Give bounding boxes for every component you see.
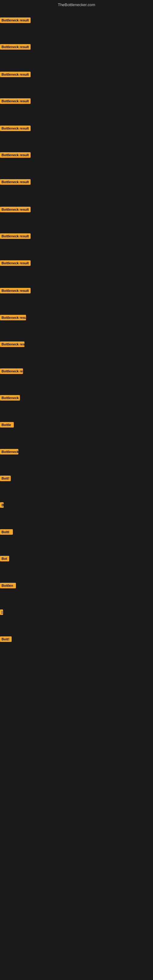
bottleneck-badge: Bottleneck result [0,260,30,266]
bottleneck-badge: Bottlen [0,583,16,588]
bottleneck-badge: Bottl [0,529,13,535]
bottleneck-badge: Bottleneck result [0,98,30,104]
bottleneck-badge: Bottleneck result [0,179,30,185]
bottleneck-badge: Bottleneck resu [0,342,24,347]
bottleneck-badge: Bottleneck result [0,152,30,158]
bottleneck-badge: Bottleneck resu [0,315,26,320]
bottleneck-badge: Bottleneck result [0,233,30,239]
bottleneck-badge: | [0,609,3,615]
bottleneck-badge: Bot [0,556,9,562]
bottleneck-badge: Bottleneck result [0,18,30,23]
bottleneck-badge: Bott! [0,476,11,481]
bottleneck-badge: Bottleneck result [0,72,30,77]
site-title: TheBottlenecker.com [58,2,95,7]
bottleneck-badge: Bottleneck resu [0,368,23,374]
bottleneck-badge: Bottle [0,422,14,428]
bottleneck-badge: Bottleneck result [0,288,30,293]
bottleneck-badge: Bottleneck [0,449,18,455]
bottleneck-badge: Bott! [0,636,12,642]
bottleneck-badge: Bottleneck result [0,44,30,49]
bottleneck-badge: Bottleneck [0,395,20,401]
bottleneck-badge: Bottleneck result [0,126,30,131]
bottleneck-badge: Bottleneck result [0,207,30,212]
bottleneck-badge: B [0,502,4,508]
